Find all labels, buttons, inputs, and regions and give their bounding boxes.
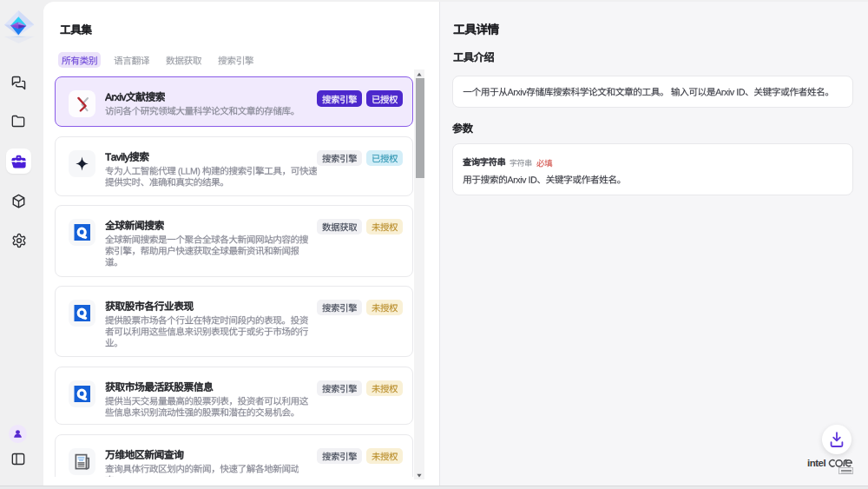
svg-text:intel: intel bbox=[807, 458, 825, 468]
